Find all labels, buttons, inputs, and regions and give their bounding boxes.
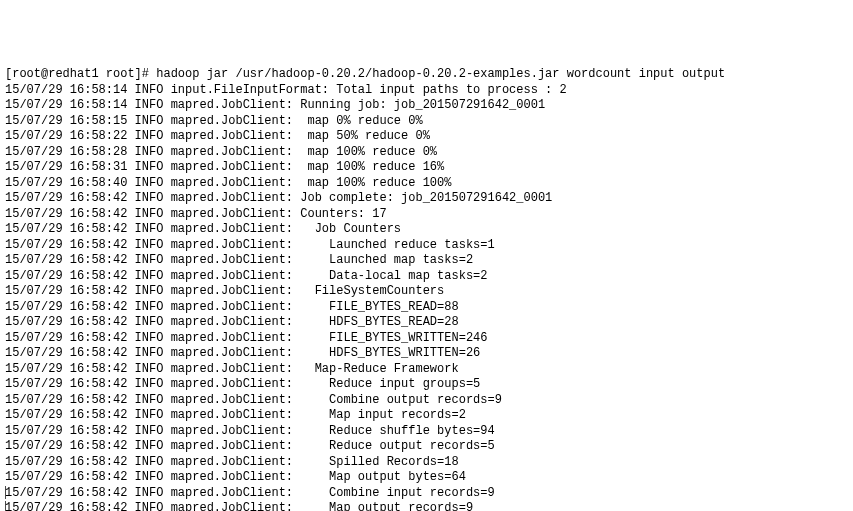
log-line: 15/07/29 16:58:42 INFO mapred.JobClient:… [5, 408, 848, 424]
log-line: 15/07/29 16:58:42 INFO mapred.JobClient:… [5, 455, 848, 471]
log-line: 15/07/29 16:58:42 INFO mapred.JobClient:… [5, 377, 848, 393]
log-line: 15/07/29 16:58:14 INFO input.FileInputFo… [5, 83, 848, 99]
log-line: 15/07/29 16:58:42 INFO mapred.JobClient:… [5, 207, 848, 223]
log-line: 15/07/29 16:58:42 INFO mapred.JobClient:… [5, 393, 848, 409]
log-line: 15/07/29 16:58:42 INFO mapred.JobClient:… [5, 253, 848, 269]
log-line: 15/07/29 16:58:42 INFO mapred.JobClient:… [5, 238, 848, 254]
log-line: 15/07/29 16:58:42 INFO mapred.JobClient:… [5, 439, 848, 455]
log-line: 15/07/29 16:58:42 INFO mapred.JobClient:… [5, 362, 848, 378]
log-line: 15/07/29 16:58:22 INFO mapred.JobClient:… [5, 129, 848, 145]
log-line: 15/07/29 16:58:42 INFO mapred.JobClient:… [5, 315, 848, 331]
log-line: 15/07/29 16:58:42 INFO mapred.JobClient:… [5, 501, 473, 511]
log-line: 15/07/29 16:58:28 INFO mapred.JobClient:… [5, 145, 848, 161]
log-line: 15/07/29 16:58:42 INFO mapred.JobClient:… [5, 470, 848, 486]
log-line: 15/07/29 16:58:42 INFO mapred.JobClient:… [5, 284, 848, 300]
log-line: 15/07/29 16:58:42 INFO mapred.JobClient:… [5, 269, 848, 285]
log-line: 15/07/29 16:58:42 INFO mapred.JobClient:… [5, 331, 848, 347]
log-line: 15/07/29 16:58:42 INFO mapred.JobClient:… [5, 424, 848, 440]
log-line: 15/07/29 16:58:42 INFO mapred.JobClient:… [5, 191, 848, 207]
log-line: 15/07/29 16:58:42 INFO mapred.JobClient:… [5, 486, 495, 500]
command-prompt-1: [root@redhat1 root]# hadoop jar /usr/had… [5, 67, 848, 83]
log-line: 15/07/29 16:58:15 INFO mapred.JobClient:… [5, 114, 848, 130]
log-line: 15/07/29 16:58:42 INFO mapred.JobClient:… [5, 222, 848, 238]
log-line: 15/07/29 16:58:42 INFO mapred.JobClient:… [5, 346, 848, 362]
log-line: 15/07/29 16:58:31 INFO mapred.JobClient:… [5, 160, 848, 176]
log-line: 15/07/29 16:58:42 INFO mapred.JobClient:… [5, 300, 848, 316]
log-line: 15/07/29 16:58:14 INFO mapred.JobClient:… [5, 98, 848, 114]
log-line: 15/07/29 16:58:40 INFO mapred.JobClient:… [5, 176, 848, 192]
